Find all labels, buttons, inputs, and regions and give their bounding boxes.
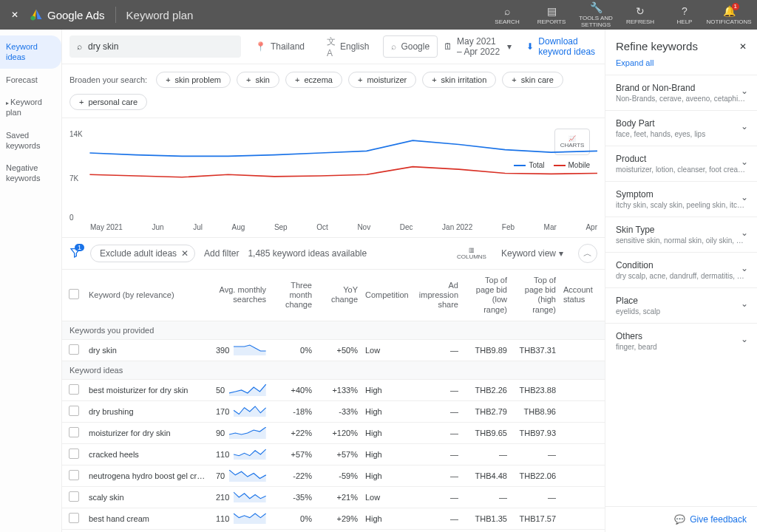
location-filter[interactable]: 📍 Thailand [247,35,313,58]
sidebar-item[interactable]: ▸Keyword plan [0,91,61,124]
add-filter[interactable]: Add filter [204,248,239,259]
cell-low: THB1.35 [463,514,512,523]
network-filter[interactable]: ⌕ Google [383,35,438,58]
broaden-chip[interactable]: +moisturizer [348,72,416,88]
row-checkbox[interactable] [69,427,79,437]
give-feedback[interactable]: 💬 Give feedback [605,506,757,532]
sidebar-item[interactable]: Forecast [0,69,61,91]
refine-facet[interactable]: Conditiondry scalp, acne, dandruff, derm… [605,252,757,287]
broaden-chip[interactable]: +skin problem [156,72,231,88]
col-comp[interactable]: Competition [362,290,414,300]
cell-imp: — [414,471,463,480]
keyword-view-dropdown[interactable]: Keyword view ▾ [501,248,563,259]
col-high[interactable]: Top of page bid (high range) [512,276,560,315]
refine-facet[interactable]: Brand or Non-BrandNon-Brands, cerave, av… [605,75,757,110]
tools-icon-button[interactable]: 🔧TOOLS AND SETTINGS [574,1,618,28]
broaden-chip[interactable]: +eczema [285,72,342,88]
refine-facet[interactable]: Placeeyelids, scalp⌄ [605,287,757,323]
chevron-down-icon: ⌄ [741,334,748,344]
table-row[interactable]: cracked heels 110 +57% +57% High — — — [62,444,605,466]
cell-tmc: -22% [271,471,316,480]
cell-keyword: cracked heels [86,450,211,459]
table-row[interactable]: dry skin 390 0% +50% Low — THB9.89 THB37… [62,340,605,361]
refresh-icon-button[interactable]: ↻REFRESH [618,1,662,28]
broaden-chip[interactable]: +skin [237,72,279,88]
date-range[interactable]: 🗓 May 2021 – Apr 2022 ▾ [444,36,512,57]
table-row[interactable]: best hand cream 110 0% +29% High — THB1.… [62,508,605,530]
broaden-chip[interactable]: +skin irritation [422,72,496,88]
feedback-icon: 💬 [674,514,685,525]
search-input[interactable]: ⌕ dry skin [69,35,241,58]
cell-avg: 90 [211,427,271,439]
table-row[interactable]: best moisturizer for dry skin 50 +40% +1… [62,380,605,401]
col-keyword[interactable]: Keyword (by relevance) [86,290,211,300]
cell-avg: 390 [211,344,271,356]
columns-button[interactable]: ▥ COLUMNS [457,247,486,260]
col-imp[interactable]: Ad impression share [414,281,463,310]
col-status[interactable]: Account status [560,285,605,304]
table-row[interactable]: dry brushing 170 -18% -33% High — THB2.7… [62,401,605,423]
row-checkbox[interactable] [69,384,79,395]
chevron-down-icon: ⌄ [741,86,748,96]
refine-facet[interactable]: Body Partface, feet, hands, eyes, lips⌄ [605,110,757,146]
collapse-button[interactable]: ︿ [578,244,597,263]
cell-tmc: 0% [271,514,316,523]
table-row[interactable]: neutrogena hydro boost gel cream 70 -22%… [62,466,605,487]
table-row[interactable]: scaly skin 210 -35% +21% Low — — — [62,487,605,508]
row-checkbox[interactable] [69,513,79,523]
cell-keyword: dry skin [86,346,211,355]
help-icon-button[interactable]: ?HELP [662,1,707,28]
cell-tmc: +40% [271,386,316,395]
refine-facet[interactable]: Symptomitchy skin, scaly skin, peeling s… [605,181,757,216]
cell-comp: High [362,471,414,480]
select-all-checkbox[interactable] [69,289,79,299]
table-header: Keyword (by relevance) Avg. monthly sear… [62,270,605,321]
filter-button[interactable]: 1 [69,247,81,261]
cell-keyword: neutrogena hydro boost gel cream [86,471,211,480]
close-refine-icon[interactable]: ✕ [739,41,747,52]
refresh-icon: ↻ [636,5,645,17]
search-value: dry skin [88,41,118,52]
col-yoy[interactable]: YoY change [316,285,362,304]
sidebar-item[interactable]: Saved keywords [0,124,61,157]
language-filter[interactable]: 文A English [319,35,377,58]
refine-facet[interactable]: Skin Typesensitive skin, normal skin, oi… [605,216,757,252]
broaden-chip[interactable]: +personal care [69,94,147,110]
col-tmc[interactable]: Three month change [271,281,316,310]
expand-all[interactable]: Expand all [605,58,757,75]
refine-facet[interactable]: Othersfinger, beard⌄ [605,323,757,358]
row-checkbox[interactable] [69,344,79,355]
main: ⌕ dry skin 📍 Thailand 文A English ⌕ Googl… [62,30,605,532]
broaden-chip[interactable]: +skin care [502,72,563,88]
refine-panel: Refine keywords ✕ Expand all Brand or No… [605,30,757,532]
reports-icon-button[interactable]: ▤REPORTS [529,1,574,28]
x-axis: May 2021JunJulAugSepOctNovDecJan 2022Feb… [69,222,597,234]
tools-icon: 🔧 [590,1,602,13]
notifications-icon-button[interactable]: 🔔NOTIFICATIONS1 [707,1,751,28]
cell-imp: — [414,514,463,523]
cell-high: THB22.06 [512,471,560,480]
row-checkbox[interactable] [69,449,79,459]
row-checkbox[interactable] [69,470,79,480]
col-avg[interactable]: Avg. monthly searches [211,285,271,304]
row-checkbox[interactable] [69,406,79,416]
remove-tag-icon[interactable]: ✕ [181,248,189,259]
row-checkbox[interactable] [69,491,79,502]
exclude-adult-tag[interactable]: Exclude adult ideas ✕ [90,245,195,262]
cell-yoy: +57% [316,450,362,459]
search-icon-button[interactable]: ⌕SEARCH [485,1,529,28]
download-icon: ⬇ [526,41,534,52]
cell-imp: — [414,407,463,416]
refine-facet[interactable]: Productmoisturizer, lotion, cleanser, fo… [605,146,757,181]
chevron-down-icon: ⌄ [741,263,748,273]
sidebar-item[interactable]: Negative keywords [0,157,61,190]
table-row[interactable]: moisturizer for dry skin 90 +22% +120% H… [62,423,605,444]
sidebar-item[interactable]: Keyword ideas [0,35,61,69]
close-icon[interactable]: ✕ [6,10,24,20]
cell-avg: 110 [211,513,271,525]
cell-low: THB2.26 [463,386,512,395]
chart: 14K 7K 0 [69,130,597,222]
col-low[interactable]: Top of page bid (low range) [463,276,512,315]
download-link[interactable]: ⬇ Download keyword ideas [526,36,597,57]
cell-low: — [463,493,512,502]
